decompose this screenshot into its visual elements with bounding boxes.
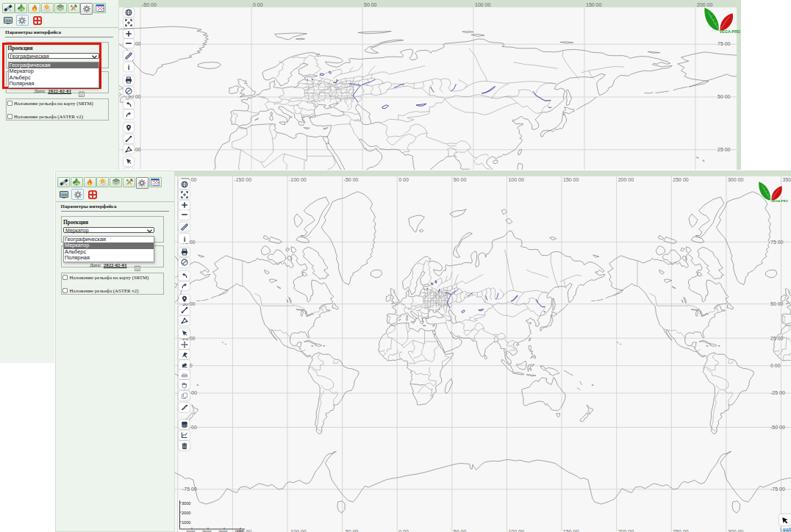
svg-text:VEGA-PRO: VEGA-PRO: [720, 29, 741, 34]
svg-text:i: i: [127, 64, 129, 71]
